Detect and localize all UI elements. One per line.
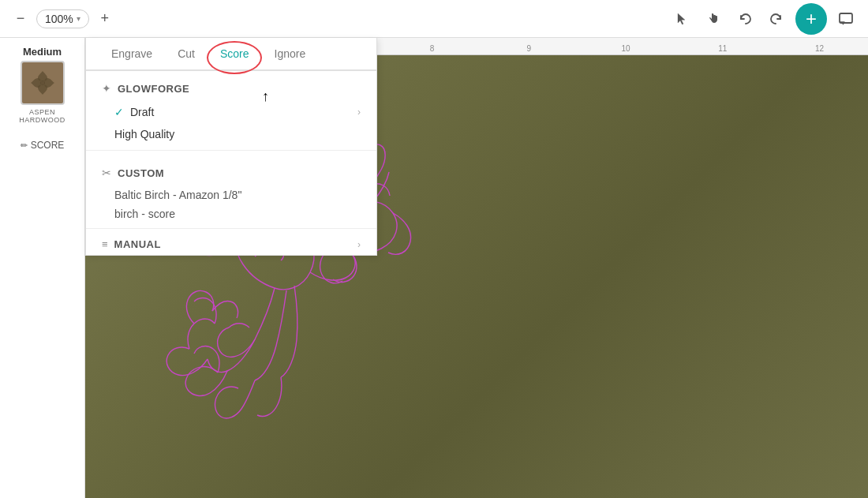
sidebar: Medium ASPEN HARDWOOD ✏ SCORE	[0, 38, 85, 498]
tab-score-wrapper: Score	[208, 38, 262, 69]
redo-icon	[769, 12, 784, 26]
svg-rect-0	[840, 13, 852, 23]
high-quality-item[interactable]: High Quality	[86, 123, 376, 145]
hand-tool-button[interactable]	[701, 6, 726, 32]
draft-item-content: ✓ Draft	[114, 106, 154, 118]
toolbar-left: − 100% ▾ +	[9, 8, 116, 30]
glowforge-section-header: ✦ GLOWFORGE	[86, 71, 376, 101]
tab-score[interactable]: Score	[208, 38, 262, 71]
undo-button[interactable]	[732, 6, 758, 32]
manual-label: MANUAL	[114, 238, 161, 250]
zoom-minus-button[interactable]: −	[9, 8, 32, 30]
manual-item[interactable]: ≡ MANUAL ›	[86, 234, 376, 255]
baltic-birch-label: Baltic Birch - Amazon 1/8"	[114, 189, 241, 201]
zoom-value: 100%	[45, 13, 73, 25]
material-icon	[21, 61, 65, 105]
cursor-icon	[675, 12, 689, 26]
ruler-mark-11: 11	[675, 44, 772, 53]
tabs-bar: Engrave Cut Score Ignore	[86, 38, 376, 71]
add-icon: +	[806, 9, 817, 28]
zoom-display[interactable]: 100% ▾	[36, 9, 89, 28]
ruler-mark-10: 10	[578, 44, 675, 53]
tab-ignore[interactable]: Ignore	[262, 38, 319, 71]
manual-content: ≡ MANUAL	[102, 238, 161, 250]
high-quality-label: High Quality	[114, 128, 174, 140]
draft-label: Draft	[130, 106, 154, 118]
draft-check-icon: ✓	[114, 106, 124, 118]
manual-arrow-icon: ›	[357, 239, 361, 250]
score-sidebar-label[interactable]: ✏ SCORE	[21, 140, 65, 151]
svg-point-2	[40, 81, 45, 85]
birch-score-label: birch - score	[114, 208, 175, 220]
zoom-chevron-icon: ▾	[77, 14, 80, 23]
birch-score-item[interactable]: birch - score	[86, 204, 376, 223]
manual-icon: ≡	[102, 238, 108, 250]
ruler-mark-9: 9	[481, 44, 578, 53]
material-name: Medium	[11, 46, 74, 58]
tab-engrave[interactable]: Engrave	[99, 38, 165, 71]
custom-icon: ✂	[102, 167, 111, 179]
divider-2	[86, 228, 376, 229]
material-svg	[27, 67, 58, 99]
material-sub-line1: ASPEN	[11, 108, 74, 116]
undo-icon	[738, 12, 752, 26]
ruler-mark-12: 12	[771, 44, 868, 53]
glowforge-section-title: GLOWFORGE	[118, 83, 189, 95]
hand-icon	[706, 12, 720, 26]
custom-section-title: CUSTOM	[118, 167, 164, 179]
custom-section-header: ✂ CUSTOM	[86, 155, 376, 185]
baltic-birch-item[interactable]: Baltic Birch - Amazon 1/8"	[86, 185, 376, 204]
draft-arrow-icon: ›	[357, 107, 361, 118]
zoom-plus-button[interactable]: +	[94, 8, 116, 30]
ruler-mark-8: 8	[383, 44, 481, 53]
material-sub-line2: HARDWOOD	[11, 116, 74, 124]
high-quality-content: High Quality	[114, 128, 174, 140]
toolbar: − 100% ▾ +	[0, 0, 868, 38]
comment-button[interactable]	[833, 6, 859, 32]
redo-button[interactable]	[764, 6, 789, 32]
score-label-text: SCORE	[31, 140, 65, 151]
add-button[interactable]: +	[795, 3, 827, 35]
pencil-icon: ✏	[21, 140, 28, 151]
draft-item[interactable]: ✓ Draft ›	[86, 101, 376, 123]
dropdown-panel: Engrave Cut Score Ignore ✦ GLOWFORGE ✓ D…	[85, 38, 377, 256]
tab-cut[interactable]: Cut	[165, 38, 208, 71]
toolbar-right: +	[669, 3, 859, 35]
material-badge[interactable]: Medium ASPEN HARDWOOD	[11, 46, 74, 124]
glowforge-icon: ✦	[102, 82, 111, 95]
cursor-tool-button[interactable]	[669, 6, 694, 32]
divider-1	[86, 150, 376, 151]
comment-icon	[838, 11, 854, 27]
